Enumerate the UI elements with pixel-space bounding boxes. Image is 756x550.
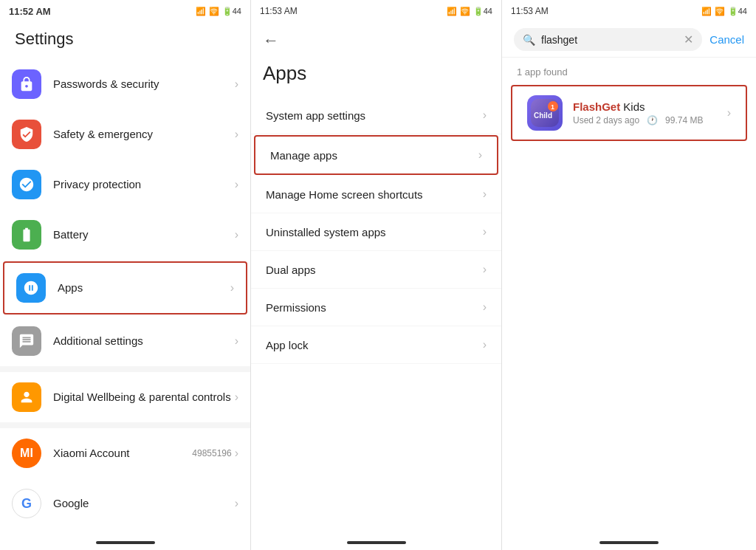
section-divider-1 [0, 366, 250, 372]
digital-icon [12, 382, 41, 412]
settings-list: Passwords & security › Safety & emergenc… [0, 59, 250, 535]
permissions-label: Permissions [266, 301, 326, 314]
app-result-flashget[interactable]: Child 1 FlashGet Kids Used 2 days ago 🕐 … [511, 85, 747, 141]
status-bar-2: 11:53 AM 📶 🛜 🔋44 [251, 0, 501, 22]
battery-icon-3: 🔋44 [728, 7, 747, 16]
results-count: 1 app found [502, 58, 756, 82]
search-box[interactable]: 🔍 ✕ [514, 28, 702, 51]
battery-chevron: › [235, 228, 238, 241]
search-clear-icon[interactable]: ✕ [684, 32, 693, 47]
passwords-label: Passwords & security [53, 77, 235, 92]
safety-chevron: › [235, 128, 238, 141]
uninstalled-chevron: › [483, 225, 487, 238]
safety-icon [12, 120, 41, 149]
bottom-nav-1 [0, 535, 250, 550]
apps-item-permissions[interactable]: Permissions › [251, 289, 501, 326]
panel-apps: 11:53 AM 📶 🛜 🔋44 ← Apps System app setti… [251, 0, 502, 550]
svg-text:Child: Child [534, 111, 552, 120]
settings-title: Settings [0, 22, 250, 59]
google-label: Google [53, 496, 235, 511]
sidebar-item-battery[interactable]: Battery › [0, 210, 250, 260]
battery-icon-2: 🔋44 [473, 7, 492, 16]
flashget-icon: Child 1 [527, 95, 563, 131]
apps-chevron: › [230, 281, 234, 295]
time-2: 11:53 AM [260, 6, 298, 16]
system-app-chevron: › [483, 109, 487, 122]
xiaomi-label: Xiaomi Account [53, 446, 192, 461]
privacy-label: Privacy protection [53, 177, 235, 192]
sidebar-item-apps[interactable]: Apps › [3, 261, 247, 314]
apps-item-home[interactable]: Manage Home screen shortcuts › [251, 176, 501, 213]
permissions-chevron: › [483, 300, 487, 314]
search-icon: 🔍 [523, 34, 535, 46]
app-used-meta: Used 2 days ago [573, 115, 639, 126]
sidebar-item-privacy[interactable]: Privacy protection › [0, 159, 250, 210]
app-name-suffix: Kids [620, 100, 645, 113]
digital-label: Digital Wellbeing & parental controls [53, 390, 235, 405]
nav-pill-3 [599, 541, 659, 544]
status-bar-3: 11:53 AM 📶 🛜 🔋44 [502, 0, 756, 22]
battery-icon [12, 220, 41, 250]
apps-item-dual[interactable]: Dual apps › [251, 251, 501, 289]
manage-home-chevron: › [483, 188, 487, 201]
apps-list: System app settings › Manage apps › Mana… [251, 97, 501, 535]
sidebar-item-google[interactable]: G Google › [0, 478, 250, 529]
wifi-icon-2: 🛜 [460, 7, 470, 16]
passwords-icon [12, 69, 41, 99]
system-app-label: System app settings [266, 109, 365, 122]
panel-search: 11:53 AM 📶 🛜 🔋44 🔍 ✕ Cancel 1 app found [502, 0, 756, 550]
status-bar-1: 11:52 AM 📶 🛜 🔋44 [0, 0, 250, 22]
dual-apps-label: Dual apps [266, 264, 316, 276]
wifi-icon: 🛜 [209, 7, 219, 16]
battery-icon-1: 🔋44 [222, 7, 241, 16]
sidebar-item-safety[interactable]: Safety & emergency › [0, 109, 250, 159]
sidebar-item-passwords[interactable]: Passwords & security › [0, 59, 250, 109]
privacy-chevron: › [235, 178, 238, 191]
status-icons-1: 📶 🛜 🔋44 [196, 7, 241, 16]
app-result-chevron: › [727, 106, 731, 120]
time-3: 11:53 AM [511, 6, 549, 16]
app-name-prefix: FlashGet [573, 100, 620, 113]
apps-item-manage[interactable]: Manage apps › [254, 135, 498, 175]
apps-item-lock[interactable]: App lock › [251, 326, 501, 364]
apps-icon [16, 273, 46, 303]
xiaomi-account-number: 49855196 [192, 448, 231, 458]
app-lock-label: App lock [266, 339, 309, 351]
bottom-nav-3 [502, 535, 756, 550]
size-icon: 🕐 [647, 115, 658, 126]
sidebar-item-xiaomi[interactable]: MI Xiaomi Account 49855196 › [0, 428, 250, 478]
apps-item-system[interactable]: System app settings › [251, 97, 501, 134]
manage-apps-label: Manage apps [270, 149, 337, 162]
nav-pill-2 [347, 541, 406, 544]
sidebar-item-additional[interactable]: Additional settings › [0, 316, 250, 366]
uninstalled-label: Uninstalled system apps [266, 226, 386, 238]
app-lock-chevron: › [483, 338, 487, 351]
passwords-chevron: › [235, 78, 238, 91]
additional-icon [12, 326, 41, 356]
google-chevron: › [235, 497, 238, 510]
search-row: 🔍 ✕ Cancel [502, 22, 756, 58]
xiaomi-chevron: › [235, 447, 238, 460]
app-result-name: FlashGet Kids [573, 100, 727, 113]
dual-apps-chevron: › [483, 263, 487, 276]
time-1: 11:52 AM [9, 6, 51, 17]
additional-label: Additional settings [53, 334, 235, 348]
app-result-meta: Used 2 days ago 🕐 99.74 MB [573, 115, 727, 126]
apps-item-uninstalled[interactable]: Uninstalled system apps › [251, 213, 501, 251]
xiaomi-icon: MI [12, 439, 41, 468]
panel-settings: 11:52 AM 📶 🛜 🔋44 Settings Passwords & se… [0, 0, 251, 550]
app-size-meta: 99.74 MB [665, 115, 703, 126]
back-button[interactable]: ← [263, 28, 285, 53]
cancel-button[interactable]: Cancel [709, 33, 744, 46]
additional-chevron: › [235, 334, 238, 348]
manage-home-label: Manage Home screen shortcuts [266, 188, 423, 201]
safety-label: Safety & emergency [53, 127, 235, 142]
sidebar-item-digital[interactable]: Digital Wellbeing & parental controls › [0, 372, 250, 422]
signal-icon: 📶 [196, 7, 206, 16]
status-icons-2: 📶 🛜 🔋44 [447, 7, 492, 16]
nav-pill-1 [96, 541, 155, 544]
wifi-icon-3: 🛜 [715, 7, 725, 16]
google-icon: G [12, 489, 41, 518]
search-input[interactable] [541, 34, 678, 46]
svg-text:1: 1 [551, 103, 554, 111]
